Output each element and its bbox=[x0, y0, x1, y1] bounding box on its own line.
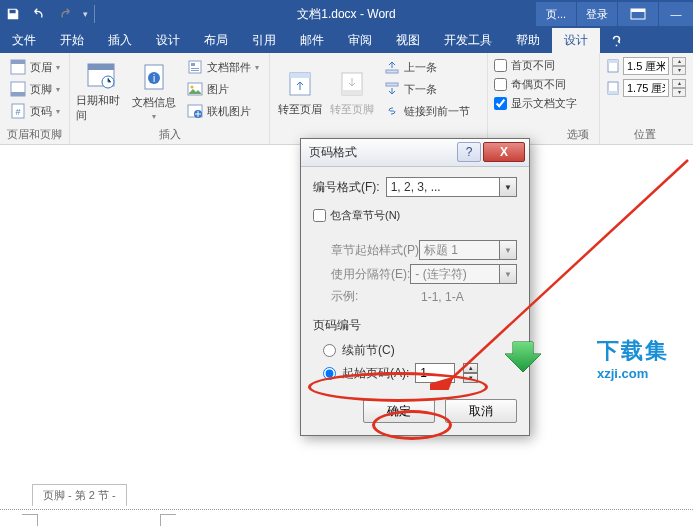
separator-label: 使用分隔符(E): bbox=[331, 266, 410, 283]
quickparts-icon bbox=[187, 59, 203, 75]
link-previous-button[interactable]: 链接到前一节 bbox=[380, 101, 474, 121]
start-at-spinner[interactable]: ▴▾ bbox=[463, 363, 478, 383]
online-pictures-button[interactable]: 联机图片 bbox=[183, 101, 263, 121]
header-icon bbox=[10, 59, 26, 75]
footer-distance-spinner[interactable]: ▴▾ bbox=[672, 79, 686, 97]
svg-rect-29 bbox=[608, 60, 618, 63]
title-bar: ▾ 文档1.docx - Word 页... 登录 — bbox=[0, 0, 693, 28]
number-format-label: 编号格式(F): bbox=[313, 179, 380, 196]
start-at-input[interactable] bbox=[415, 363, 455, 383]
dialog-help-button[interactable]: ? bbox=[457, 142, 481, 162]
header-distance-row: ▴▾ bbox=[606, 57, 684, 75]
docinfo-label: 文档信息 bbox=[132, 95, 176, 110]
link-previous-icon bbox=[384, 103, 400, 119]
link-previous-label: 链接到前一节 bbox=[404, 104, 470, 119]
chapter-style-label: 章节起始样式(P) bbox=[331, 242, 419, 259]
footer-label: 页脚 bbox=[30, 82, 52, 97]
ribbon-tabs: 文件 开始 插入 设计 布局 引用 邮件 审阅 视图 开发工具 帮助 设计 bbox=[0, 28, 693, 53]
footer-distance-row: ▴▾ bbox=[606, 79, 684, 97]
online-pictures-label: 联机图片 bbox=[207, 104, 251, 119]
save-icon[interactable] bbox=[0, 0, 26, 28]
svg-rect-14 bbox=[189, 61, 201, 73]
goto-footer-button[interactable]: 转至页脚 bbox=[328, 57, 376, 128]
dialog-titlebar[interactable]: 页码格式 ? X bbox=[301, 139, 529, 167]
number-format-combo[interactable]: 1, 2, 3, ...▼ bbox=[386, 177, 517, 197]
previous-icon bbox=[384, 59, 400, 75]
cancel-button[interactable]: 取消 bbox=[445, 399, 517, 423]
tab-developer[interactable]: 开发工具 bbox=[432, 28, 504, 53]
page-collapsed-button[interactable]: 页... bbox=[536, 2, 576, 26]
goto-header-button[interactable]: 转至页眉 bbox=[276, 57, 324, 128]
svg-rect-26 bbox=[386, 70, 398, 73]
show-doc-text-checkbox[interactable]: 显示文档文字 bbox=[494, 95, 593, 112]
chapter-style-combo: 标题 1▼ bbox=[419, 240, 517, 260]
different-odd-even-checkbox[interactable]: 奇偶页不同 bbox=[494, 76, 593, 93]
tab-home[interactable]: 开始 bbox=[48, 28, 96, 53]
svg-rect-16 bbox=[191, 68, 199, 69]
docinfo-icon: i bbox=[138, 61, 170, 93]
ribbon-display-button[interactable] bbox=[618, 2, 658, 26]
next-label: 下一条 bbox=[404, 82, 437, 97]
dialog-body: 编号格式(F): 1, 2, 3, ...▼ 包含章节号(N) 章节起始样式(P… bbox=[301, 167, 529, 435]
tab-file[interactable]: 文件 bbox=[0, 28, 48, 53]
tab-header-footer-design[interactable]: 设计 bbox=[552, 28, 600, 53]
previous-label: 上一条 bbox=[404, 60, 437, 75]
login-button[interactable]: 登录 bbox=[577, 2, 617, 26]
group-insert: 日期和时间 i 文档信息▾ 文档部件 ▾ 图片 联机图片 插入 bbox=[70, 53, 270, 144]
number-format-value: 1, 2, 3, ... bbox=[391, 180, 441, 194]
include-chapter-label: 包含章节号(N) bbox=[330, 208, 400, 223]
group-header-footer: 页眉 ▾ 页脚 ▾ #页码 ▾ 页眉和页脚 bbox=[0, 53, 70, 144]
qat-customize-icon[interactable]: ▾ bbox=[78, 0, 92, 28]
tab-design[interactable]: 设计 bbox=[144, 28, 192, 53]
different-first-label: 首页不同 bbox=[511, 58, 555, 73]
start-at-radio[interactable]: 起始页码(A): ▴▾ bbox=[313, 361, 517, 385]
continue-previous-radio[interactable]: 续前节(C) bbox=[313, 340, 517, 361]
next-button[interactable]: 下一条 bbox=[380, 79, 474, 99]
group-position: ▴▾ ▴▾ 位置 bbox=[600, 53, 690, 144]
tab-layout[interactable]: 布局 bbox=[192, 28, 240, 53]
group-label-insert: 插入 bbox=[76, 125, 263, 142]
datetime-button[interactable]: 日期和时间 bbox=[76, 57, 126, 125]
goto-header-label: 转至页眉 bbox=[278, 102, 322, 117]
example-label: 示例: bbox=[331, 288, 358, 305]
header-distance-input[interactable] bbox=[623, 57, 669, 75]
footer-distance-input[interactable] bbox=[623, 79, 669, 97]
tab-review[interactable]: 审阅 bbox=[336, 28, 384, 53]
continue-previous-label: 续前节(C) bbox=[342, 342, 395, 359]
group-label-position: 位置 bbox=[606, 125, 684, 142]
tab-references[interactable]: 引用 bbox=[240, 28, 288, 53]
page-number-button[interactable]: #页码 ▾ bbox=[6, 101, 63, 121]
page-number-format-dialog: 页码格式 ? X 编号格式(F): 1, 2, 3, ...▼ 包含章节号(N)… bbox=[300, 138, 530, 436]
dialog-title: 页码格式 bbox=[309, 144, 357, 161]
svg-rect-1 bbox=[631, 9, 645, 12]
include-chapter-checkbox[interactable]: 包含章节号(N) bbox=[313, 207, 517, 224]
previous-button[interactable]: 上一条 bbox=[380, 57, 474, 77]
header-button[interactable]: 页眉 ▾ bbox=[6, 57, 63, 77]
docinfo-button[interactable]: i 文档信息▾ bbox=[130, 57, 180, 125]
svg-rect-15 bbox=[191, 63, 195, 66]
different-first-checkbox[interactable]: 首页不同 bbox=[494, 57, 593, 74]
svg-text:#: # bbox=[15, 107, 20, 117]
tell-me-button[interactable] bbox=[600, 28, 636, 53]
show-doc-text-label: 显示文档文字 bbox=[511, 96, 577, 111]
undo-icon[interactable] bbox=[26, 0, 52, 28]
footer-distance-icon bbox=[606, 81, 620, 95]
header-distance-spinner[interactable]: ▴▾ bbox=[672, 57, 686, 75]
quickparts-button[interactable]: 文档部件 ▾ bbox=[183, 57, 263, 77]
minimize-button[interactable]: — bbox=[659, 2, 693, 26]
svg-rect-31 bbox=[608, 91, 618, 94]
tab-mailings[interactable]: 邮件 bbox=[288, 28, 336, 53]
next-icon bbox=[384, 81, 400, 97]
ok-button[interactable]: 确定 bbox=[363, 399, 435, 423]
dialog-close-button[interactable]: X bbox=[483, 142, 525, 162]
quickparts-label: 文档部件 bbox=[207, 60, 251, 75]
svg-rect-9 bbox=[88, 64, 114, 70]
tab-insert[interactable]: 插入 bbox=[96, 28, 144, 53]
tab-view[interactable]: 视图 bbox=[384, 28, 432, 53]
redo-icon[interactable] bbox=[52, 0, 78, 28]
svg-rect-27 bbox=[386, 83, 398, 86]
page-number-label: 页码 bbox=[30, 104, 52, 119]
footer-button[interactable]: 页脚 ▾ bbox=[6, 79, 63, 99]
tab-help[interactable]: 帮助 bbox=[504, 28, 552, 53]
pictures-button[interactable]: 图片 bbox=[183, 79, 263, 99]
